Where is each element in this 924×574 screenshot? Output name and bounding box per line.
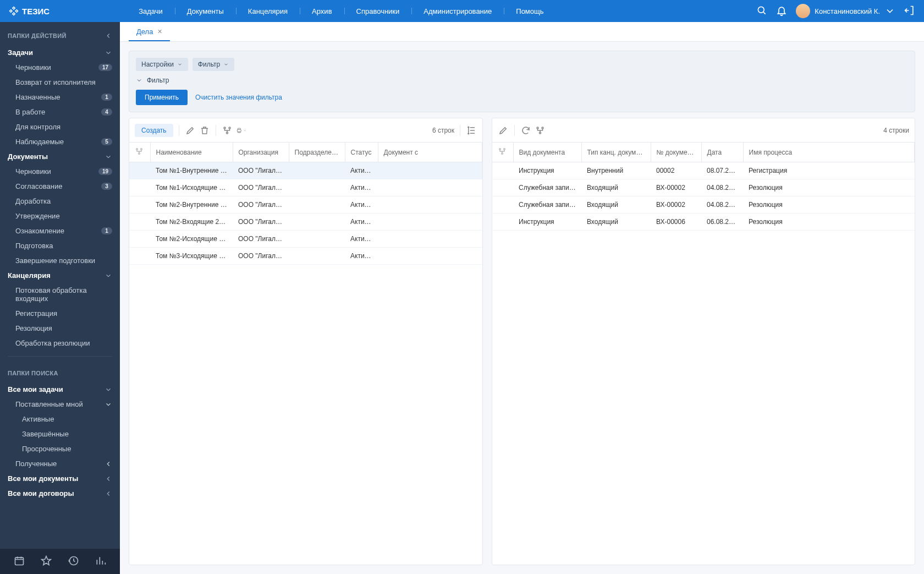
- chevron-down-icon: [136, 77, 142, 84]
- sidebar-item-process-resolution[interactable]: Обработка резолюции: [0, 336, 120, 351]
- table-row[interactable]: Том №1-Внутренние 20...ООО "Лигалте...Ак…: [129, 162, 482, 179]
- sidebar-item-completed[interactable]: Завершённые: [0, 427, 120, 441]
- sidebar-item-approval[interactable]: Согласование3: [0, 179, 120, 194]
- sidebar-section-chancery[interactable]: Канцелярия: [0, 268, 120, 283]
- sidebar-item-doc-drafts[interactable]: Черновики19: [0, 164, 120, 179]
- star-icon[interactable]: [41, 555, 52, 568]
- left-panel: Создать 6 строк: [129, 118, 483, 565]
- chevron-down-icon: [223, 62, 229, 67]
- avatar: [796, 4, 810, 18]
- col-doc[interactable]: Документ с: [378, 143, 482, 162]
- col-hierarchy[interactable]: [492, 143, 513, 162]
- filter-toggle[interactable]: Фильтр: [136, 76, 908, 84]
- sidebar-item-resolution[interactable]: Резолюция: [0, 321, 120, 336]
- sidebar-item-stream[interactable]: Потоковая обработка входящих: [0, 283, 120, 306]
- col-date[interactable]: Дата: [701, 143, 743, 162]
- hierarchy-icon[interactable]: [222, 125, 233, 136]
- user-menu[interactable]: Констаниновский К.: [796, 4, 895, 18]
- table-row[interactable]: ИнструкцияВнутренний0000208.07.2021Регис…: [492, 162, 915, 179]
- chevron-down-icon: [177, 62, 183, 67]
- apply-button[interactable]: Применить: [136, 90, 188, 105]
- close-icon[interactable]: ×: [157, 27, 162, 36]
- sidebar-section-docs[interactable]: Документы: [0, 149, 120, 164]
- line-spacing-icon[interactable]: [466, 125, 477, 136]
- col-kind[interactable]: Вид документа: [513, 143, 581, 162]
- col-name[interactable]: Наименование: [150, 143, 233, 162]
- sidebar-item-confirm[interactable]: Утверждение: [0, 209, 120, 223]
- sidebar-item-control[interactable]: Для контроля: [0, 119, 120, 134]
- sidebar-item-inwork[interactable]: В работе4: [0, 105, 120, 119]
- table-row[interactable]: Том №2-Входящие 2021ООО "Лигалте...Актив…: [129, 214, 482, 231]
- badge: 5: [101, 138, 112, 145]
- svg-point-13: [504, 149, 505, 150]
- search-icon[interactable]: [756, 5, 767, 18]
- sidebar-item-overdue[interactable]: Просроченные: [0, 441, 120, 456]
- bell-icon[interactable]: [776, 5, 787, 18]
- sidebar-item-drafts[interactable]: Черновики17: [0, 60, 120, 75]
- table-row[interactable]: ИнструкцияВходящийВХ-0000606.08.2021Резо…: [492, 214, 915, 231]
- sidebar-section-alldocs[interactable]: Все мои документы: [0, 471, 120, 486]
- col-dept[interactable]: Подразделение: [289, 143, 345, 162]
- nav-archive[interactable]: Архив: [300, 0, 344, 22]
- table-row[interactable]: Служебная запискаВходящийВХ-0000204.08.2…: [492, 179, 915, 196]
- sidebar-item-byme[interactable]: Поставленные мной: [0, 397, 120, 412]
- sidebar-item-prepare[interactable]: Подготовка: [0, 238, 120, 253]
- sidebar-section-allcontracts[interactable]: Все мои договоры: [0, 486, 120, 501]
- right-toolbar: 4 строки: [492, 118, 915, 143]
- chevron-down-icon: [105, 401, 112, 408]
- sidebar-item-active[interactable]: Активные: [0, 412, 120, 427]
- col-num[interactable]: № документа: [651, 143, 701, 162]
- create-button[interactable]: Создать: [135, 124, 173, 137]
- nav-help[interactable]: Помощь: [504, 0, 556, 22]
- col-type[interactable]: Тип канц. документа: [581, 143, 651, 162]
- sidebar-item-return[interactable]: Возврат от исполнителя: [0, 75, 120, 90]
- tab-cases[interactable]: Дела ×: [129, 23, 170, 41]
- sidebar-item-review[interactable]: Ознакомление1: [0, 223, 120, 238]
- svg-point-2: [224, 127, 226, 129]
- sidebar-section-alltasks[interactable]: Все мои задачи: [0, 382, 120, 397]
- calendar-icon[interactable]: [14, 555, 25, 568]
- col-hierarchy[interactable]: [129, 143, 150, 162]
- svg-rect-1: [15, 557, 23, 565]
- col-proc[interactable]: Имя процесса: [743, 143, 915, 162]
- edit-icon[interactable]: [185, 125, 196, 136]
- main: Дела × Настройки Фильтр Фильтр Применить…: [120, 22, 924, 574]
- chevron-left-icon: [105, 475, 112, 483]
- col-status[interactable]: Статус: [345, 143, 378, 162]
- nav-documents[interactable]: Документы: [175, 0, 236, 22]
- sidebar-item-received[interactable]: Полученные: [0, 456, 120, 471]
- app-logo[interactable]: ТЕЗИС: [9, 6, 50, 16]
- hierarchy-icon[interactable]: [535, 125, 546, 136]
- table-row[interactable]: Том №2-Исходящие 2021ООО "Лигалте...Акти…: [129, 231, 482, 248]
- logout-icon[interactable]: [904, 5, 915, 18]
- table-row[interactable]: Том №2-Внутренние 20...ООО "Лигалте...Ак…: [129, 196, 482, 214]
- sidebar-section-tasks[interactable]: Задачи: [0, 45, 120, 60]
- history-icon[interactable]: [68, 555, 79, 568]
- edit-icon[interactable]: [498, 125, 509, 136]
- table-row[interactable]: Том №3-Исходящие 2021ООО "Лигалте...Акти…: [129, 248, 482, 265]
- sidebar-item-register[interactable]: Регистрация: [0, 306, 120, 321]
- refresh-icon[interactable]: [520, 125, 531, 136]
- print-icon[interactable]: [236, 125, 247, 136]
- sidebar-heading-search: ПАПКИ ПОИСКА: [0, 362, 120, 382]
- delete-icon[interactable]: [199, 125, 210, 136]
- filter-bar: Настройки Фильтр Фильтр Применить Очисти…: [129, 51, 915, 112]
- nav-refs[interactable]: Справочники: [344, 0, 412, 22]
- sidebar-item-finishprep[interactable]: Завершение подготовки: [0, 253, 120, 268]
- chevron-left-icon[interactable]: [105, 32, 112, 40]
- sidebar-bottom: [0, 549, 120, 574]
- sidebar-item-observed[interactable]: Наблюдаемые5: [0, 134, 120, 149]
- col-org[interactable]: Организация: [233, 143, 289, 162]
- clear-filter-button[interactable]: Очистить значения фильтра: [195, 94, 282, 101]
- filter-dropdown[interactable]: Фильтр: [193, 58, 234, 71]
- nav-chancery[interactable]: Канцелярия: [236, 0, 300, 22]
- table-row[interactable]: Том №1-Исходящие 2021ООО "Лигалте...Акти…: [129, 179, 482, 196]
- nav-tasks[interactable]: Задачи: [127, 0, 175, 22]
- nav-admin[interactable]: Администрирование: [411, 0, 504, 22]
- table-row[interactable]: Служебная запискаВходящийВХ-0000204.08.2…: [492, 196, 915, 214]
- sidebar-item-rework[interactable]: Доработка: [0, 194, 120, 209]
- settings-dropdown[interactable]: Настройки: [136, 58, 188, 71]
- svg-point-10: [542, 127, 543, 129]
- chart-icon[interactable]: [95, 555, 106, 568]
- sidebar-item-assigned[interactable]: Назначенные1: [0, 90, 120, 105]
